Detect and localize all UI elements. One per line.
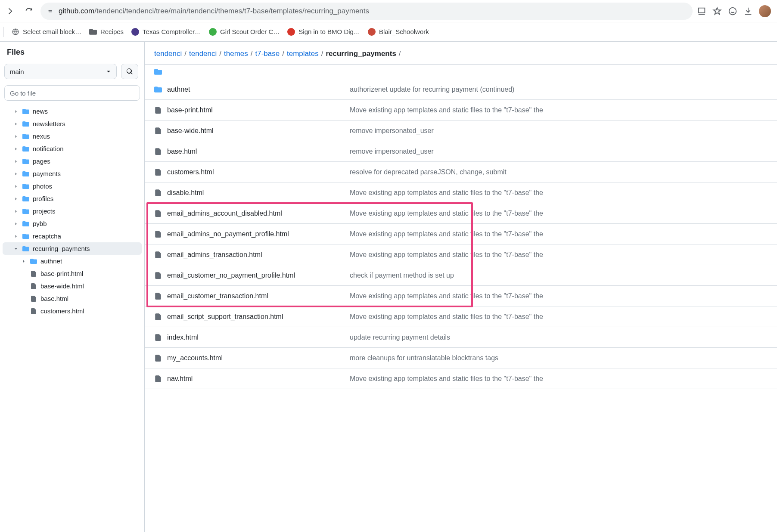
- file-row[interactable]: email_admins_no_payment_profile.htmlMove…: [145, 224, 777, 244]
- file-name-link[interactable]: customers.html: [167, 168, 214, 176]
- file-name-link[interactable]: authnet: [167, 86, 190, 93]
- go-to-file-input[interactable]: Go to file: [4, 85, 140, 101]
- commit-message[interactable]: Move existing app templates and static f…: [350, 106, 768, 114]
- commit-message[interactable]: remove impersonated_user: [350, 148, 768, 155]
- file-row[interactable]: email_admins_account_disabled.htmlMove e…: [145, 203, 777, 224]
- commit-message[interactable]: Move existing app templates and static f…: [350, 210, 768, 217]
- commit-message[interactable]: Move existing app templates and static f…: [350, 292, 768, 300]
- breadcrumb-link[interactable]: themes: [224, 49, 248, 58]
- bookmark-label: Recipes: [100, 28, 124, 35]
- bookmark-star-icon[interactable]: [712, 6, 722, 16]
- file-name-link[interactable]: email_admins_account_disabled.html: [167, 210, 282, 217]
- file-row[interactable]: email_script_support_transaction.htmlMov…: [145, 306, 777, 327]
- tree-folder[interactable]: authnet: [3, 255, 142, 267]
- file-name-link[interactable]: disable.html: [167, 189, 204, 197]
- bookmark-label: Texas Comptroller…: [143, 28, 201, 35]
- file-name-link[interactable]: email_admins_transaction.html: [167, 251, 262, 259]
- commit-message[interactable]: Move existing app templates and static f…: [350, 189, 768, 197]
- breadcrumb-link[interactable]: t7-base: [255, 49, 280, 58]
- branch-select[interactable]: main: [4, 64, 117, 79]
- branch-name: main: [10, 68, 24, 75]
- tree-file[interactable]: base-wide.html: [3, 280, 142, 292]
- extension-icon[interactable]: [728, 6, 737, 16]
- file-row[interactable]: base.htmlremove impersonated_user: [145, 141, 777, 162]
- file-name-link[interactable]: base-print.html: [167, 106, 213, 114]
- file-name-link[interactable]: base-wide.html: [167, 127, 214, 135]
- bookmark-item[interactable]: Sign in to BMO Dig…: [287, 28, 360, 36]
- reload-button[interactable]: [22, 4, 36, 19]
- breadcrumb-link[interactable]: templates: [287, 49, 319, 58]
- tree-folder[interactable]: photos: [3, 180, 142, 192]
- commit-message[interactable]: check if payment method is set up: [350, 272, 768, 279]
- commit-message[interactable]: authorizenet update for recurring paymen…: [350, 86, 768, 93]
- breadcrumb-current: recurring_payments: [326, 49, 396, 58]
- file-icon: [154, 313, 162, 321]
- tree-folder[interactable]: recurring_payments: [3, 242, 142, 255]
- tree-file[interactable]: customers.html: [3, 305, 142, 317]
- downloads-icon[interactable]: [743, 6, 753, 16]
- profile-avatar[interactable]: [759, 5, 771, 17]
- bookmarks-bar: Select email block…RecipesTexas Comptrol…: [0, 22, 777, 41]
- file-name-link[interactable]: nav.html: [167, 375, 193, 383]
- file-name-link[interactable]: email_customer_no_payment_profile.html: [167, 272, 295, 279]
- file-name-link[interactable]: email_customer_transaction.html: [167, 292, 268, 300]
- tree-folder[interactable]: pages: [3, 155, 142, 167]
- file-name-link[interactable]: my_accounts.html: [167, 354, 223, 362]
- tree-folder[interactable]: news: [3, 105, 142, 118]
- bookmark-item[interactable]: Select email block…: [12, 28, 81, 36]
- tree-folder[interactable]: nexus: [3, 130, 142, 142]
- file-row[interactable]: email_customer_no_payment_profile.htmlch…: [145, 265, 777, 286]
- file-row[interactable]: customers.htmlresolve for deprecated par…: [145, 162, 777, 182]
- install-app-icon[interactable]: [697, 6, 706, 16]
- file-name-link[interactable]: email_script_support_transaction.html: [167, 313, 283, 321]
- tree-folder[interactable]: notification: [3, 142, 142, 155]
- breadcrumb-separator: /: [281, 49, 285, 58]
- tree-folder[interactable]: projects: [3, 205, 142, 217]
- file-row[interactable]: my_accounts.htmlmore cleanups for untran…: [145, 348, 777, 368]
- tree-folder[interactable]: pybb: [3, 217, 142, 230]
- file-row[interactable]: nav.htmlMove existing app templates and …: [145, 368, 777, 389]
- commit-message[interactable]: Move existing app templates and static f…: [350, 251, 768, 259]
- breadcrumb-link[interactable]: tendenci: [154, 49, 182, 58]
- file-name-link[interactable]: base.html: [167, 148, 197, 155]
- file-row[interactable]: email_admins_transaction.htmlMove existi…: [145, 244, 777, 265]
- file-row[interactable]: index.htmlupdate recurring payment detai…: [145, 327, 777, 348]
- file-row[interactable]: email_customer_transaction.htmlMove exis…: [145, 286, 777, 306]
- file-icon: [154, 127, 162, 135]
- tree-file[interactable]: base-print.html: [3, 267, 142, 280]
- tree-file[interactable]: base.html: [3, 292, 142, 305]
- file-row[interactable]: authnetauthorizenet update for recurring…: [145, 79, 777, 100]
- commit-message[interactable]: remove impersonated_user: [350, 127, 768, 135]
- url-bar[interactable]: github.com/tendenci/tendenci/tree/main/t…: [40, 3, 693, 20]
- commit-message[interactable]: Move existing app templates and static f…: [350, 313, 768, 321]
- folder-icon: [22, 170, 29, 177]
- commit-message[interactable]: Move existing app templates and static f…: [350, 230, 768, 238]
- file-icon: [154, 210, 162, 217]
- commit-message[interactable]: update recurring payment details: [350, 334, 768, 341]
- tree-search-button[interactable]: [121, 64, 138, 79]
- file-name-link[interactable]: email_admins_no_payment_profile.html: [167, 230, 289, 238]
- parent-dir-row[interactable]: [145, 65, 777, 79]
- forward-button[interactable]: [3, 4, 17, 19]
- commit-message[interactable]: resolve for deprecated parseJSON, change…: [350, 168, 768, 176]
- file-icon: [154, 168, 162, 176]
- commit-message[interactable]: more cleanups for untranslatable blocktr…: [350, 354, 768, 362]
- breadcrumb-separator: /: [183, 49, 187, 58]
- svg-point-1: [48, 11, 49, 12]
- file-name-link[interactable]: index.html: [167, 334, 199, 341]
- bookmark-item[interactable]: Recipes: [89, 28, 124, 36]
- file-row[interactable]: base-wide.htmlremove impersonated_user: [145, 121, 777, 141]
- commit-message[interactable]: Move existing app templates and static f…: [350, 375, 768, 383]
- file-row[interactable]: disable.htmlMove existing app templates …: [145, 182, 777, 203]
- bookmark-item[interactable]: Blair_Schoolwork: [368, 28, 429, 36]
- tree-folder[interactable]: profiles: [3, 192, 142, 205]
- bookmark-item[interactable]: Texas Comptroller…: [131, 28, 201, 36]
- main-content: tendenci / tendenci / themes / t7-base /…: [145, 42, 777, 532]
- bookmark-item[interactable]: Girl Scout Order C…: [209, 28, 280, 36]
- file-row[interactable]: base-print.htmlMove existing app templat…: [145, 100, 777, 121]
- tree-folder[interactable]: newsletters: [3, 118, 142, 130]
- chevron-right-icon: [13, 122, 19, 126]
- breadcrumb-link[interactable]: tendenci: [189, 49, 217, 58]
- tree-folder[interactable]: recaptcha: [3, 230, 142, 242]
- tree-folder[interactable]: payments: [3, 167, 142, 180]
